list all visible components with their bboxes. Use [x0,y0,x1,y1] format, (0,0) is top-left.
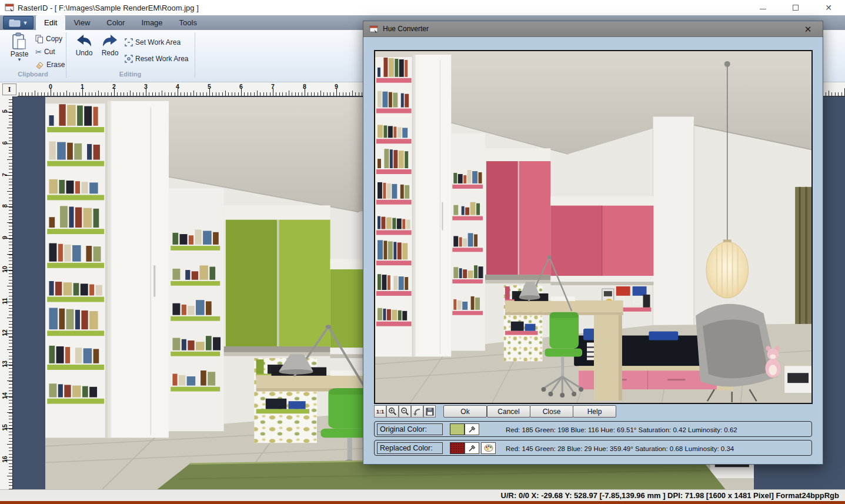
replaced-eyedropper-button[interactable] [465,442,479,454]
editing-group-label: Editing [66,71,195,78]
tab-view[interactable]: View [65,15,98,30]
zoom-out-icon [400,407,409,416]
folder-icon [9,19,21,27]
file-menu-caret-icon: ▼ [23,20,28,26]
help-button[interactable]: Help [573,405,616,418]
dialog-icon [369,25,378,34]
replaced-color-swatch[interactable] [450,442,465,454]
eyedropper-icon [467,443,477,453]
undo-small-icon [413,407,422,416]
status-bar: U/R: 0/0 X: -29.68 Y: 528.97 [-7.85,139.… [0,489,845,501]
eyedropper-icon [467,425,477,434]
original-color-info: Red: 185 Green: 198 Blue: 116 Hue: 69.51… [506,422,737,438]
zoom-in-icon [388,407,397,416]
tab-edit[interactable]: Edit [36,15,65,30]
bottom-accent-bar [0,501,845,504]
rasterid-window: RasterID - [ F:\Images\Sample RenderEM\R… [0,0,845,504]
dialog-toolbar: 1:1 [374,405,436,418]
hue-converter-dialog: Hue Converter ✕ [363,21,823,465]
redo-button[interactable]: Redo [98,34,122,57]
original-color-panel: Original Color: Red: 185 Green: 198 Blue… [374,421,812,437]
eraser-icon [35,61,44,69]
reset-work-area-icon [125,55,133,63]
close-button[interactable]: ✕ [812,0,845,15]
minimize-button[interactable] [746,0,779,15]
cancel-button[interactable]: Cancel [487,405,530,418]
set-work-area-button[interactable]: Set Work Area [125,37,181,48]
tab-color[interactable]: Color [98,15,133,30]
replaced-color-label: Replaced Color: [377,442,443,454]
revert-button[interactable] [411,405,423,418]
original-eyedropper-button[interactable] [465,423,479,435]
window-title: RasterID - [ F:\Images\Sample RenderEM\R… [18,4,199,12]
ruler-corner-button[interactable]: I [2,84,16,95]
color-picker-button[interactable] [481,442,496,454]
file-menu-button[interactable]: ▼ [3,16,34,29]
zoom-in-button[interactable] [386,405,399,418]
dialog-close-button[interactable]: ✕ [800,21,816,37]
room-photo [375,51,811,403]
paste-button[interactable]: Paste ▼ [6,32,33,62]
copy-icon [35,35,44,44]
undo-button[interactable]: Undo [72,34,96,57]
ribbon-separator [195,32,195,78]
copy-button[interactable]: Copy [35,34,62,44]
dialog-title: Hue Converter [383,25,429,33]
maximize-button[interactable] [779,0,812,15]
zoom-out-button[interactable] [399,405,411,418]
scissors-icon: ✂ [35,48,42,56]
replaced-color-panel: Replaced Color: Red: 145 Green: 28 Blue:… [374,440,812,456]
erase-button[interactable]: Erase [35,59,65,70]
palette-icon [483,443,494,453]
tab-image[interactable]: Image [133,15,171,30]
cut-button[interactable]: ✂ Cut [35,46,55,57]
preview-image [374,50,813,404]
tab-tools[interactable]: Tools [171,15,205,30]
original-color-swatch[interactable] [450,423,465,435]
actual-size-button[interactable]: 1:1 [374,405,386,418]
original-color-label: Original Color: [377,423,443,435]
reset-work-area-button[interactable]: Reset Work Area [125,54,188,64]
set-work-area-icon [125,38,133,46]
paste-clipboard-icon [12,32,27,50]
redo-arrow-icon [101,34,119,49]
clipboard-group-label: Clipboard [0,71,66,78]
v-ruler: 5678910111213141516 [0,96,13,489]
status-text: U/R: 0/0 X: -29.68 Y: 528.97 [-7.85,139.… [501,491,839,500]
replaced-color-info: Red: 145 Green: 28 Blue: 29 Hue: 359.49°… [506,440,734,456]
save-preview-button[interactable] [423,405,436,418]
dialog-title-bar[interactable]: Hue Converter ✕ [363,21,823,37]
undo-arrow-icon [75,34,93,49]
paste-caret-icon: ▼ [17,58,22,62]
title-bar: RasterID - [ F:\Images\Sample RenderEM\R… [0,0,845,15]
app-icon [5,3,14,12]
ok-button[interactable]: Ok [443,405,487,418]
save-floppy-icon [426,408,434,416]
dialog-close-action-button[interactable]: Close [530,405,573,418]
